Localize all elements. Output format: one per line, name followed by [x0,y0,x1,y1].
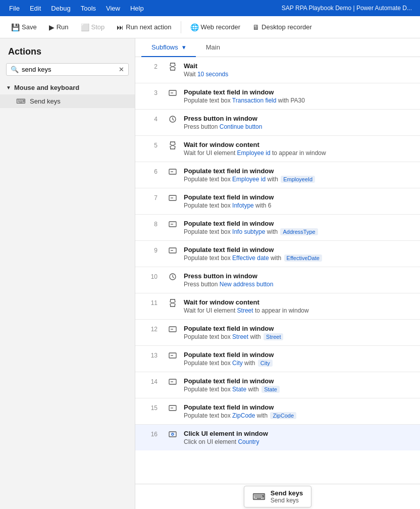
run-button[interactable]: ▶ Run [44,21,74,34]
row-number-15: 15 [135,402,166,412]
app-title: SAP RPA Playbook Demo | Power Automate D… [282,5,416,12]
sidebar-category-mouse-keyboard[interactable]: ▼ Mouse and keyboard [0,81,135,94]
search-box[interactable]: 🔍 ✕ [6,63,129,76]
row-icon-populate [166,245,180,255]
row-icon-wait [166,297,180,308]
flow-list: 2 WaitWait 10 seconds3 Populate text fie… [135,57,420,484]
row-title-14: Populate text field in window [184,377,416,385]
web-recorder-button[interactable]: 🌐 Web recorder [185,21,246,34]
row-link[interactable]: Employee id [237,149,271,157]
row-text: with [243,360,257,367]
row-icon-populate [166,192,180,202]
flow-row-7[interactable]: 7 Populate text field in windowPopulate … [135,188,420,215]
row-icon-wait [166,140,180,150]
row-link[interactable]: Continue button [220,123,262,130]
menu-help[interactable]: Help [125,3,149,14]
tooltip-keyboard-icon: ⌨ [252,491,266,502]
row-desc-6: Populate text box Employee id with Emplo… [184,176,416,183]
flow-row-6[interactable]: 6 Populate text field in windowPopulate … [135,162,420,188]
row-badge: Street [264,333,283,340]
main-layout: Actions 🔍 ✕ ▼ Mouse and keyboard ⌨ Send … [0,38,420,509]
row-desc-3: Populate text box Transaction field with… [184,97,416,104]
row-desc-4: Press button Continue button [184,123,416,130]
menu-debug[interactable]: Debug [46,3,75,14]
clear-search-icon[interactable]: ✕ [119,66,124,73]
row-text: Wait for UI element [184,149,237,157]
row-link[interactable]: Street [232,333,248,340]
tab-subflows[interactable]: Subflows ▾ [141,38,196,57]
row-desc-9: Populate text box Effective date with Ef… [184,254,416,262]
run-next-icon: ⏭ [117,23,124,31]
row-icon-populate [166,219,180,229]
row-number-2: 2 [135,61,166,70]
flow-row-12[interactable]: 12 Populate text field in windowPopulate… [135,320,420,346]
row-link[interactable]: Country [238,438,259,445]
row-badge: AddressType [280,228,318,235]
flow-row-4[interactable]: 4 Press button in windowPress button Con… [135,110,420,136]
row-icon-populate [166,324,180,334]
tooltip-subtitle: Send keys [271,497,303,504]
row-desc-7: Populate text box Infotype with 6 [184,202,416,209]
row-desc-16: Click on UI element Country [184,438,416,445]
toolbar-divider [181,21,181,33]
row-text: Populate text box [184,202,232,209]
row-link[interactable]: New address button [220,281,274,288]
flow-row-11[interactable]: 11 Wait for window contentWait for UI el… [135,293,420,320]
row-link[interactable]: Street [237,307,253,314]
row-title-15: Populate text field in window [184,403,416,411]
tab-main[interactable]: Main [196,38,230,57]
row-number-13: 13 [135,350,166,359]
row-desc-5: Wait for UI element Employee id to appea… [184,149,416,157]
flow-row-16[interactable]: 16 Click UI element in windowClick on UI… [135,425,420,450]
menu-file[interactable]: File [4,3,25,14]
chevron-down-icon: ▾ [182,43,186,51]
row-content-16: Click UI element in windowClick on UI el… [180,429,420,446]
row-link[interactable]: Infotype [232,202,254,209]
flow-row-9[interactable]: 9 Populate text field in windowPopulate … [135,241,420,267]
row-link[interactable]: Effective date [232,254,269,262]
save-button[interactable]: 💾 Save [6,21,42,34]
sidebar-item-send-keys[interactable]: ⌨ Send keys [0,94,135,108]
stop-button[interactable]: ⬜ Stop [76,21,110,34]
row-link[interactable]: Transaction field [232,97,277,104]
run-next-button[interactable]: ⏭ Run next action [112,21,176,34]
row-link[interactable]: State [232,386,246,393]
row-content-12: Populate text field in windowPopulate te… [180,324,420,341]
sidebar-section-mouse-keyboard: ▼ Mouse and keyboard ⌨ Send keys [0,81,135,108]
svg-rect-20 [169,432,176,437]
flow-row-10[interactable]: 10 Press button in windowPress button Ne… [135,267,420,293]
row-icon-click [166,429,180,439]
flow-row-3[interactable]: 3 Populate text field in windowPopulate … [135,83,420,110]
tabs: Subflows ▾ Main [135,38,420,57]
row-link[interactable]: 10 seconds [197,71,228,78]
desktop-recorder-button[interactable]: 🖥 Desktop recorder [247,21,317,34]
row-content-15: Populate text field in windowPopulate te… [180,402,420,420]
row-content-6: Populate text field in windowPopulate te… [180,166,420,184]
row-title-2: Wait [184,62,416,70]
menu-tools[interactable]: Tools [76,3,101,14]
row-text: with [254,202,268,209]
flow-row-14[interactable]: 14 Populate text field in windowPopulate… [135,372,420,398]
run-icon: ▶ [49,23,55,31]
menu-edit[interactable]: Edit [25,3,46,14]
expand-icon: ▼ [6,85,11,90]
row-desc-14: Populate text box State with State [184,386,416,393]
flow-row-13[interactable]: 13 Populate text field in windowPopulate… [135,346,420,372]
row-link[interactable]: City [232,360,243,367]
row-badge: EmployeeId [281,176,315,183]
stop-icon: ⬜ [81,23,89,31]
row-link[interactable]: ZipCode [232,412,255,419]
flow-row-15[interactable]: 15 Populate text field in windowPopulate… [135,398,420,425]
row-link[interactable]: Employee id [232,176,266,183]
row-text: PA30 [290,97,304,104]
row-text: Press button [184,281,220,288]
flow-row-8[interactable]: 8 Populate text field in windowPopulate … [135,215,420,241]
row-title-4: Press button in window [184,115,416,122]
search-input[interactable] [22,66,119,73]
row-desc-2: Wait 10 seconds [184,71,416,78]
flow-row-5[interactable]: 5 Wait for window contentWait for UI ele… [135,136,420,162]
flow-row-2[interactable]: 2 WaitWait 10 seconds [135,57,420,83]
menu-view[interactable]: View [101,3,125,14]
row-number-11: 11 [135,297,166,307]
row-link[interactable]: Info subtype [232,228,265,235]
